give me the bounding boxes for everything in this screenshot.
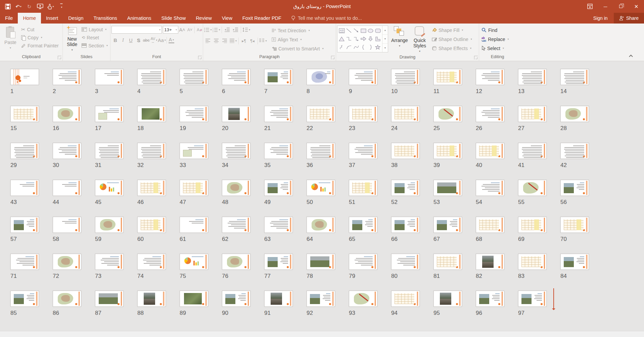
restore-button[interactable] <box>613 0 629 13</box>
paste-button[interactable]: Paste ▾ <box>1 25 20 54</box>
slide-thumbnail-95[interactable] <box>433 291 462 307</box>
slide-thumbnail-57[interactable] <box>10 217 39 233</box>
slide-thumbnail-2[interactable] <box>53 69 81 85</box>
slide-thumbnail-38[interactable] <box>391 143 420 159</box>
slide-thumbnail-8[interactable] <box>307 69 335 85</box>
columns-button[interactable]: ▾ <box>259 37 267 45</box>
slide-thumbnail-85[interactable] <box>10 291 39 307</box>
minimize-button[interactable]: ─ <box>598 0 613 13</box>
slide-thumbnail-68[interactable] <box>476 217 504 233</box>
slide-thumbnail-51[interactable] <box>349 180 377 196</box>
clipboard-dialog-launcher[interactable] <box>58 56 61 59</box>
slide-thumbnail-94[interactable] <box>391 291 420 307</box>
slide-thumbnail-49[interactable] <box>264 180 293 196</box>
right-to-left-direction-button[interactable]: ¶◂ <box>248 37 256 45</box>
line-shape[interactable] <box>346 28 352 34</box>
slide-thumbnail-59[interactable] <box>95 217 124 233</box>
bullets-button[interactable]: ▾ <box>204 26 212 34</box>
reset-button[interactable]: ⟲Reset <box>80 34 109 41</box>
touch-mouse-mode-button[interactable]: ▾ <box>46 1 56 11</box>
slide-thumbnail-30[interactable] <box>53 143 81 159</box>
slide-thumbnail-86[interactable] <box>53 291 81 307</box>
slide-thumbnail-36[interactable] <box>307 143 335 159</box>
slide-thumbnail-78[interactable] <box>307 254 335 270</box>
decrease-indent-button[interactable] <box>223 26 231 34</box>
slide-thumbnail-44[interactable] <box>53 180 81 196</box>
slide-thumbnail-66[interactable] <box>391 217 420 233</box>
clear-formatting-button[interactable]: A <box>195 26 203 34</box>
slide-thumbnail-18[interactable] <box>137 106 166 122</box>
align-left-button[interactable] <box>204 37 212 45</box>
arc-shape[interactable] <box>346 44 352 50</box>
slide-thumbnail-17[interactable] <box>95 106 124 122</box>
tell-me-box[interactable]: Tell me what you want to do... <box>291 13 362 24</box>
left-brace-shape[interactable] <box>360 44 367 50</box>
format-painter-button[interactable]: Format Painter <box>20 42 60 49</box>
font-dialog-launcher[interactable] <box>198 56 202 59</box>
slide-thumbnail-23[interactable] <box>349 106 377 122</box>
slide-thumbnail-1[interactable] <box>10 69 39 85</box>
numbering-button[interactable]: 123▾ <box>213 26 220 34</box>
slide-thumbnail-19[interactable] <box>180 106 208 122</box>
slide-thumbnail-28[interactable] <box>560 106 589 122</box>
slide-thumbnail-74[interactable] <box>137 254 166 270</box>
slide-thumbnail-79[interactable] <box>349 254 377 270</box>
strikethrough-button[interactable]: abc <box>142 36 150 44</box>
slide-thumbnail-12[interactable] <box>476 69 504 85</box>
text-direction-button[interactable]: AText Direction▾ <box>270 27 325 34</box>
underline-button[interactable]: U <box>127 36 135 44</box>
slide-thumbnail-45[interactable] <box>95 180 124 196</box>
slide-thumbnail-42[interactable] <box>560 143 589 159</box>
slide-thumbnail-63[interactable] <box>264 217 293 233</box>
slide-thumbnail-55[interactable] <box>518 180 547 196</box>
slide-thumbnail-92[interactable] <box>307 291 335 307</box>
slide-thumbnail-65[interactable] <box>349 217 377 233</box>
slide-thumbnail-93[interactable] <box>349 291 377 307</box>
slide-thumbnail-54[interactable] <box>476 180 504 196</box>
elbow-arrow-connector-shape[interactable] <box>353 36 360 42</box>
increase-font-size-button[interactable]: A˄ <box>178 26 186 34</box>
tab-animations[interactable]: Animations <box>122 13 156 24</box>
slide-thumbnail-73[interactable] <box>95 254 124 270</box>
slide-thumbnail-82[interactable] <box>476 254 504 270</box>
slide-thumbnail-71[interactable] <box>10 254 39 270</box>
slide-thumbnail-53[interactable] <box>433 180 462 196</box>
character-spacing-button[interactable]: AV↔▾ <box>150 36 158 44</box>
text-box-shape[interactable]: A <box>338 28 345 34</box>
tab-design[interactable]: Design <box>63 13 88 24</box>
tab-review[interactable]: Review <box>191 13 217 24</box>
slide-thumbnail-60[interactable] <box>137 217 166 233</box>
share-button[interactable]: Share <box>614 13 644 24</box>
slide-thumbnail-40[interactable] <box>476 143 504 159</box>
slide-thumbnail-25[interactable] <box>433 106 462 122</box>
align-right-button[interactable] <box>221 37 229 45</box>
redo-button[interactable]: ↻ <box>24 1 34 11</box>
tab-home[interactable]: Home <box>18 13 41 24</box>
slide-thumbnail-62[interactable] <box>222 217 250 233</box>
slide-thumbnail-29[interactable] <box>10 143 39 159</box>
slide-thumbnail-69[interactable] <box>518 217 547 233</box>
slide-thumbnail-16[interactable] <box>53 106 81 122</box>
customize-qat-button[interactable]: ▔ ▾ <box>56 1 66 11</box>
font-size-combobox[interactable]: 13+▾ <box>163 26 178 34</box>
slide-thumbnail-84[interactable] <box>560 254 589 270</box>
drawing-dialog-launcher[interactable] <box>474 56 478 59</box>
slide-thumbnail-6[interactable] <box>222 69 250 85</box>
sign-in-link[interactable]: Sign in <box>587 13 614 24</box>
slide-thumbnail-4[interactable] <box>137 69 166 85</box>
shape-effects-button[interactable]: Shape Effects▾ <box>430 44 473 52</box>
slide-thumbnail-56[interactable] <box>560 180 589 196</box>
shapes-gallery-more-button[interactable]: ▼ <box>382 44 388 52</box>
slide-thumbnail-52[interactable] <box>391 180 420 196</box>
tab-foxit-reader-pdf[interactable]: Foxit Reader PDF <box>237 13 286 24</box>
slide-thumbnail-31[interactable] <box>95 143 124 159</box>
undo-dropdown-icon[interactable]: ▾ <box>20 5 21 8</box>
save-icon[interactable] <box>3 1 13 11</box>
slide-thumbnail-75[interactable] <box>180 254 208 270</box>
section-button[interactable]: Section▾ <box>80 42 109 49</box>
slide-thumbnail-26[interactable] <box>476 106 504 122</box>
tab-transitions[interactable]: Transitions <box>88 13 122 24</box>
slide-thumbnail-3[interactable] <box>95 69 124 85</box>
rectangle-shape[interactable] <box>360 28 367 34</box>
slide-thumbnail-14[interactable] <box>560 69 589 85</box>
